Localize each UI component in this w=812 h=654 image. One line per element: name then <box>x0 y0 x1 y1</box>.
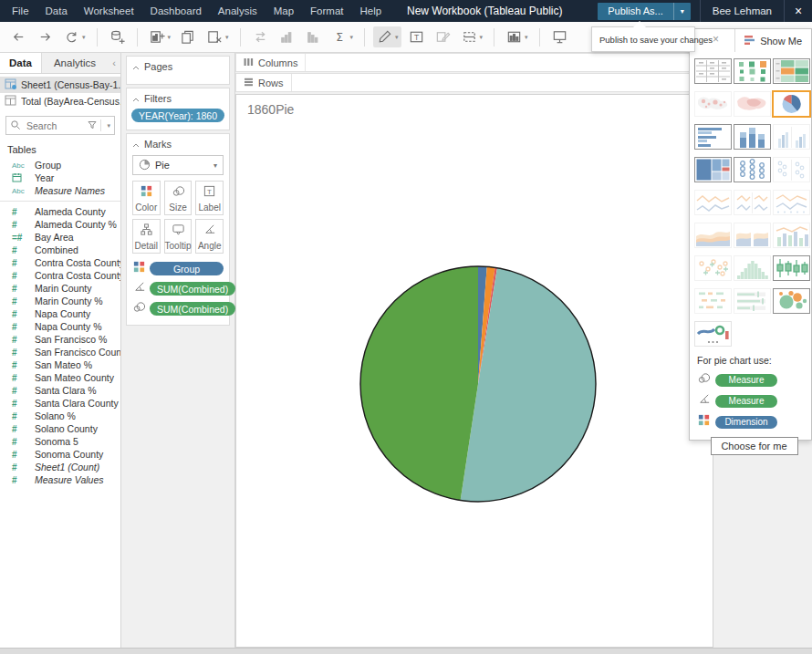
fit-icon[interactable]: ▾ <box>503 26 531 47</box>
field-alameda-county[interactable]: #Alameda County % <box>0 218 120 231</box>
pages-card[interactable]: Pages <box>126 56 230 85</box>
showme-heat-map-thumbnail[interactable] <box>734 58 771 84</box>
choose-for-me-button[interactable]: Choose for me <box>711 437 798 455</box>
field-san-mateo[interactable]: #San Mateo % <box>0 358 120 371</box>
duplicate-sheet-icon[interactable] <box>177 26 200 47</box>
menu-map[interactable]: Map <box>265 0 302 22</box>
showme-circle-views-thumbnail[interactable] <box>734 157 771 182</box>
field-search-box[interactable]: ▾ <box>5 116 115 135</box>
size-button[interactable]: Size <box>164 181 193 215</box>
collapse-pane-icon[interactable]: ‹ <box>108 53 120 73</box>
menu-worksheet[interactable]: Worksheet <box>76 0 142 22</box>
showme-highlight-table-thumbnail[interactable] <box>773 58 810 84</box>
search-options-chevron-icon[interactable]: ▾ <box>107 122 110 130</box>
marks-card[interactable]: Marks Pie ▾ ColorSizeTLabelDetailTooltip… <box>126 133 230 326</box>
field-combined[interactable]: #Combined <box>0 244 120 256</box>
showme-text-table-thumbnail[interactable] <box>694 58 732 84</box>
showme-stacked-bars-thumbnail[interactable] <box>734 124 771 150</box>
redo-icon[interactable] <box>34 26 57 47</box>
showme-more-charts-thumbnail[interactable] <box>694 321 732 347</box>
mark-property-buttons: ColorSizeTLabelDetailTooltipAngle <box>132 181 224 254</box>
marks-card-title: Marks <box>144 139 172 150</box>
field-marin-county[interactable]: #Marin County <box>0 282 120 295</box>
tab-analytics[interactable]: Analytics <box>41 53 108 73</box>
menu-data[interactable]: Data <box>37 0 76 22</box>
chevron-down-icon[interactable]: ▾ <box>674 7 691 16</box>
new-data-source-icon[interactable] <box>106 26 129 47</box>
showme-pie-chart-thumbnail[interactable] <box>772 90 811 118</box>
new-worksheet-icon[interactable]: ▾ <box>146 26 174 47</box>
menu-format[interactable]: Format <box>302 0 351 22</box>
data-source-item-1[interactable]: Total (BayArea-Census... <box>0 93 120 109</box>
field-measure-names[interactable]: AbcMeasure Names <box>0 184 120 197</box>
user-name[interactable]: Bee Lehman <box>700 0 785 22</box>
field-sonoma-county[interactable]: #Sonoma County <box>0 448 120 461</box>
close-icon[interactable]: × <box>713 33 725 46</box>
filter-funnel-icon[interactable] <box>88 120 97 131</box>
revert-icon[interactable]: ▾ <box>60 26 88 47</box>
field-santa-clara[interactable]: #Santa Clara % <box>0 384 120 397</box>
field-san-francisco[interactable]: #San Francisco % <box>0 333 120 346</box>
field-contra-costa-county[interactable]: #Contra Costa County % <box>0 269 120 282</box>
presentation-mode-icon[interactable] <box>548 26 571 47</box>
field-label: Measure Names <box>35 185 105 196</box>
showme-side-by-side-circles-thumbnail <box>773 157 810 182</box>
field-san-francisco-county[interactable]: #San Francisco County <box>0 346 120 358</box>
marks-pill[interactable]: SUM(Combined) <box>150 282 235 296</box>
field-sonoma-5[interactable]: #Sonoma 5 <box>0 435 120 448</box>
menu-file[interactable]: File <box>4 0 37 22</box>
data-source-item-0[interactable]: Sheet1 (Census-Bay-1... <box>0 77 120 93</box>
data-source-label: Sheet1 (Census-Bay-1... <box>21 79 120 90</box>
marks-pill[interactable]: SUM(Combined) <box>150 302 235 316</box>
showme-treemap-thumbnail[interactable] <box>694 157 732 182</box>
field-napa-county[interactable]: #Napa County <box>0 307 120 320</box>
mark-button-label: Angle <box>198 241 222 251</box>
field-alameda-county[interactable]: #Alameda County <box>0 205 120 218</box>
field-group[interactable]: AbcGroup <box>0 159 120 171</box>
angle-button[interactable]: Angle <box>195 219 224 254</box>
menu-help[interactable]: Help <box>351 0 390 22</box>
detail-button[interactable]: Detail <box>132 219 161 254</box>
field-solano[interactable]: #Solano % <box>0 410 120 422</box>
field-contra-costa-county[interactable]: #Contra Costa County <box>0 256 120 269</box>
number-field-icon: # <box>12 245 17 255</box>
show-me-button[interactable]: Show Me <box>734 29 811 52</box>
field-napa-county[interactable]: #Napa County % <box>0 320 120 333</box>
color-button[interactable]: Color <box>132 181 161 215</box>
cell-size-icon[interactable]: ▾ <box>458 26 486 47</box>
mark-button-label: Tooltip <box>165 241 192 251</box>
showme-packed-bubbles-thumbnail[interactable] <box>773 288 810 314</box>
label-button[interactable]: TLabel <box>195 181 224 215</box>
mark-type-dropdown[interactable]: Pie ▾ <box>132 155 224 175</box>
showme-box-and-whisker-thumbnail[interactable] <box>773 255 810 281</box>
mark-button-label: Detail <box>134 241 158 251</box>
tab-data[interactable]: Data <box>0 53 41 73</box>
totals-icon[interactable]: Σ▾ <box>328 26 357 47</box>
show-mark-labels-icon[interactable]: T <box>405 26 428 47</box>
field-santa-clara-county[interactable]: #Santa Clara County <box>0 397 120 410</box>
publish-as-button[interactable]: Publish As... ▾ <box>598 3 691 20</box>
marks-pill[interactable]: Group <box>150 262 224 275</box>
clear-sheet-icon[interactable]: ▾ <box>203 26 232 47</box>
showme-horizontal-bars-thumbnail[interactable] <box>694 124 732 150</box>
undo-icon[interactable] <box>7 26 30 47</box>
filters-card[interactable]: Filters YEAR(Year): 1860 <box>126 88 230 130</box>
menu-analysis[interactable]: Analysis <box>210 0 265 22</box>
tooltip-button[interactable]: Tooltip <box>164 219 193 254</box>
field-sheet1-count[interactable]: #Sheet1 (Count) <box>0 461 120 473</box>
field-label: San Mateo % <box>35 359 92 370</box>
search-input[interactable] <box>25 119 84 132</box>
field-marin-county[interactable]: #Marin County % <box>0 295 120 307</box>
angle-icon <box>697 392 711 410</box>
number-field-icon: # <box>12 411 17 421</box>
highlight-icon[interactable]: ▾ <box>373 26 401 47</box>
field-san-mateo-county[interactable]: #San Mateo County <box>0 371 120 384</box>
field-solano-county[interactable]: #Solano County <box>0 422 120 435</box>
menu-dashboard[interactable]: Dashboard <box>142 0 210 22</box>
field-bay-area[interactable]: =#Bay Area <box>0 231 120 244</box>
field-measure-values[interactable]: #Measure Values <box>0 473 120 486</box>
close-icon[interactable]: × <box>785 4 812 18</box>
filter-pill[interactable]: YEAR(Year): 1860 <box>131 109 224 122</box>
slice-green[interactable] <box>360 266 478 501</box>
field-year[interactable]: Year <box>0 171 120 184</box>
